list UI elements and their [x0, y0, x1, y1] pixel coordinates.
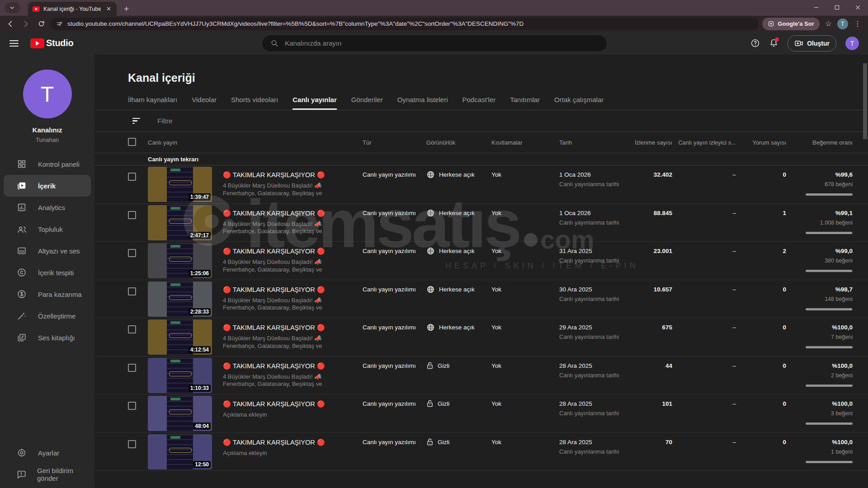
sidebar-item-settings[interactable]: Ayarlar [4, 442, 91, 464]
browser-profile-avatar[interactable]: T [837, 19, 848, 29]
col-live-viewers[interactable]: Canlı yayın izleyici s... [672, 139, 736, 146]
sidebar-item-label: İçerik tespiti [38, 269, 74, 277]
filter-row[interactable]: Filtre [94, 110, 868, 132]
tab-gonderiler[interactable]: Gönderiler [344, 96, 390, 110]
forward-icon[interactable] [20, 18, 32, 30]
sidebar-item-customization[interactable]: Özelleştirme [4, 305, 91, 327]
video-description[interactable]: 4 Büyükler Marş Düellosu Başladı! 📣 Fene… [223, 182, 363, 197]
row-checkbox[interactable] [128, 402, 136, 410]
youtube-studio-logo[interactable]: Studio [30, 38, 73, 48]
col-date[interactable]: Tarih [559, 139, 627, 146]
video-description[interactable]: 4 Büyükler Marş Düellosu Başladı! 📣 Fene… [223, 297, 363, 312]
table-row[interactable]: 1:10:33 🔴 TAKIMLAR KARŞILAŞIYOR 🔴 4 Büyü… [94, 357, 868, 395]
analytics-icon [16, 202, 27, 213]
window-maximize-button[interactable] [826, 0, 847, 15]
video-thumbnail[interactable]: 2:47:17 [148, 205, 212, 240]
table-row[interactable]: 2:47:17 🔴 TAKIMLAR KARŞILAŞIYOR 🔴 4 Büyü… [94, 204, 868, 242]
sidebar-item-analytics[interactable]: Analytics [4, 197, 91, 218]
tab-podcastler[interactable]: Podcast'ler [455, 96, 503, 110]
sidebar-item-content[interactable]: İçerik [4, 175, 91, 197]
studio-profile-avatar[interactable]: T [845, 37, 859, 50]
audio-library-icon [16, 332, 27, 343]
select-all-checkbox[interactable] [128, 138, 136, 146]
bookmark-star-icon[interactable]: ☆ [823, 19, 834, 28]
video-title[interactable]: 🔴 TAKIMLAR KARŞILAŞIYOR 🔴 [223, 400, 363, 408]
col-comments[interactable]: Yorum sayısı [736, 139, 786, 146]
tab-ortak-calismalar[interactable]: Ortak çalışmalar [547, 96, 611, 110]
window-close-button[interactable] [847, 0, 868, 15]
video-title[interactable]: 🔴 TAKIMLAR KARŞILAŞIYOR 🔴 [223, 439, 363, 446]
channel-search-bar[interactable] [262, 35, 607, 52]
video-description[interactable]: 4 Büyükler Marş Düellosu Başladı! 📣 Fene… [223, 373, 363, 388]
sidebar-item-community[interactable]: Topluluk [4, 218, 91, 240]
url-text[interactable]: studio.youtube.com/channel/UCRpaBEsYdVHJ… [67, 20, 524, 27]
tab-tanitimlar[interactable]: Tanıtımlar [503, 96, 547, 110]
video-title[interactable]: 🔴 TAKIMLAR KARŞILAŞIYOR 🔴 [223, 248, 363, 255]
table-row[interactable]: 48:04 🔴 TAKIMLAR KARŞILAŞIYOR 🔴 Açıklama… [94, 394, 868, 433]
tab-oynatma-listeleri[interactable]: Oynatma listeleri [390, 96, 455, 110]
video-description[interactable]: 4 Büyükler Marş Düellosu Başladı! 📣 Fene… [223, 221, 363, 235]
url-bar[interactable]: studio.youtube.com/channel/UCRpaBEsYdVHJ… [51, 18, 759, 30]
video-thumbnail[interactable]: 1:25:06 [148, 243, 212, 278]
row-checkbox[interactable] [128, 249, 136, 257]
site-info-icon[interactable] [56, 20, 63, 27]
video-title[interactable]: 🔴 TAKIMLAR KARŞILAŞIYOR 🔴 [223, 362, 363, 370]
tab-videolar[interactable]: Videolar [184, 96, 224, 110]
table-row[interactable]: 1:39:47 🔴 TAKIMLAR KARŞILAŞIYOR 🔴 4 Büyü… [94, 165, 868, 204]
sidebar-item-subtitles[interactable]: Altyazı ve ses [4, 240, 91, 262]
browser-tab[interactable]: Kanal içeriği - YouTube Studio ✕ [28, 2, 117, 16]
video-title[interactable]: 🔴 TAKIMLAR KARŞILAŞIYOR 🔴 [223, 210, 363, 217]
sidebar-item-dashboard[interactable]: Kontrol paneli [4, 153, 91, 175]
tab-shorts-videolari[interactable]: Shorts videoları [224, 96, 285, 110]
video-thumbnail[interactable]: 12:50 [148, 434, 212, 469]
row-checkbox[interactable] [128, 364, 136, 372]
reload-icon[interactable] [35, 18, 47, 30]
sidebar-item-feedback[interactable]: Geri bildirim gönder [4, 464, 91, 485]
live-viewers-value: – [672, 318, 736, 331]
sidebar-item-audio-library[interactable]: Ses kitaplığı [4, 327, 91, 348]
tab-close-icon[interactable]: ✕ [104, 5, 113, 13]
row-checkbox[interactable] [128, 173, 136, 181]
row-checkbox[interactable] [128, 287, 136, 296]
video-thumbnail[interactable]: 1:10:33 [148, 358, 212, 393]
sidebar-item-monetization[interactable]: Para kazanma [4, 283, 91, 305]
like-ratio-bar [806, 270, 853, 272]
row-checkbox[interactable] [128, 211, 136, 219]
video-description[interactable]: Açıklama ekleyin [223, 411, 363, 419]
table-row[interactable]: 4:12:54 🔴 TAKIMLAR KARŞILAŞIYOR 🔴 4 Büyü… [94, 318, 868, 357]
window-minimize-button[interactable] [806, 0, 826, 15]
back-icon[interactable] [5, 18, 16, 30]
tab-ilham-kaynaklari[interactable]: İlham kaynakları [121, 96, 184, 110]
table-row[interactable]: 12:50 🔴 TAKIMLAR KARŞILAŞIYOR 🔴 Açıklama… [94, 433, 868, 471]
help-icon[interactable] [750, 38, 760, 48]
video-thumbnail[interactable]: 48:04 [148, 396, 212, 431]
sidebar-item-copyright[interactable]: İçerik tespiti [4, 262, 91, 283]
row-checkbox[interactable] [128, 325, 136, 333]
channel-avatar[interactable]: T [23, 70, 72, 118]
col-views[interactable]: İzlenme sayısı [627, 139, 672, 146]
col-like-ratio[interactable]: Beğenme oranı [786, 139, 853, 146]
video-title[interactable]: 🔴 TAKIMLAR KARŞILAŞIYOR 🔴 [223, 324, 363, 332]
table-row[interactable]: 2:28:33 🔴 TAKIMLAR KARŞILAŞIYOR 🔴 4 Büyü… [94, 280, 868, 319]
menu-hamburger-icon[interactable] [9, 40, 19, 47]
video-thumbnail[interactable]: 1:39:47 [148, 167, 212, 202]
video-description[interactable]: 4 Büyükler Marş Düellosu Başladı! 📣 Fene… [223, 335, 363, 350]
create-button[interactable]: Oluştur [788, 35, 836, 52]
scrollbar-thumb[interactable] [863, 63, 867, 139]
notifications-bell-icon[interactable] [769, 38, 778, 48]
video-description[interactable]: Açıklama ekleyin [223, 450, 363, 457]
browser-menu-icon[interactable]: ⋮ [852, 19, 863, 28]
video-thumbnail[interactable]: 2:28:33 [148, 282, 212, 317]
video-title[interactable]: 🔴 TAKIMLAR KARŞILAŞIYOR 🔴 [223, 286, 363, 294]
ask-google-button[interactable]: Google'a Sor [762, 18, 819, 30]
video-description[interactable]: 4 Büyükler Marş Düellosu Başladı! 📣 Fene… [223, 258, 363, 273]
video-thumbnail[interactable]: 4:12:54 [148, 319, 212, 355]
tab-search-button[interactable] [5, 2, 20, 13]
search-input[interactable] [285, 39, 599, 47]
new-tab-button[interactable]: + [120, 4, 132, 14]
globe-icon [426, 209, 435, 217]
video-title[interactable]: 🔴 TAKIMLAR KARŞILAŞIYOR 🔴 [223, 171, 363, 179]
table-row[interactable]: 1:25:06 🔴 TAKIMLAR KARŞILAŞIYOR 🔴 4 Büyü… [94, 242, 868, 280]
row-checkbox[interactable] [128, 440, 136, 448]
tab-canli-yayinlar[interactable]: Canlı yayınlar [285, 96, 344, 110]
